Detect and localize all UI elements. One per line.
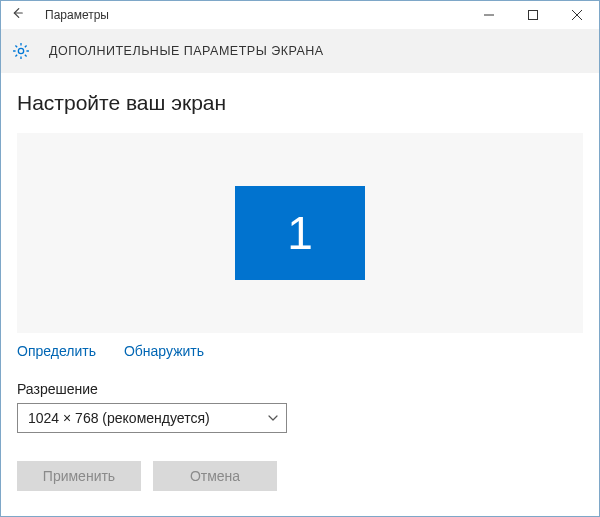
page-heading: Настройте ваш экран <box>17 91 583 115</box>
window-title: Параметры <box>45 8 109 22</box>
monitor-tile-1[interactable]: 1 <box>235 186 365 280</box>
window-controls <box>467 1 599 29</box>
apply-button[interactable]: Применить <box>17 461 141 491</box>
monitor-number: 1 <box>287 206 313 260</box>
minimize-icon <box>484 6 494 24</box>
back-arrow-icon <box>10 6 24 24</box>
settings-window: Параметры <box>0 0 600 517</box>
resolution-label: Разрешение <box>17 381 583 397</box>
content-area: Настройте ваш экран 1 Определить Обнаруж… <box>1 73 599 516</box>
minimize-button[interactable] <box>467 1 511 29</box>
svg-point-4 <box>18 48 23 53</box>
back-button[interactable] <box>1 1 33 29</box>
close-button[interactable] <box>555 1 599 29</box>
close-icon <box>572 6 582 24</box>
monitor-actions: Определить Обнаружить <box>17 343 583 359</box>
gear-icon <box>11 41 31 61</box>
cancel-button[interactable]: Отмена <box>153 461 277 491</box>
svg-rect-1 <box>529 11 538 20</box>
maximize-icon <box>528 6 538 24</box>
monitor-preview-area: 1 <box>17 133 583 333</box>
header-title: ДОПОЛНИТЕЛЬНЫЕ ПАРАМЕТРЫ ЭКРАНА <box>49 44 324 58</box>
identify-link[interactable]: Определить <box>17 343 96 359</box>
detect-link[interactable]: Обнаружить <box>124 343 204 359</box>
resolution-dropdown[interactable]: 1024 × 768 (рекомендуется) <box>17 403 287 433</box>
button-row: Применить Отмена <box>17 461 583 491</box>
chevron-down-icon <box>268 410 278 426</box>
resolution-value: 1024 × 768 (рекомендуется) <box>28 410 210 426</box>
titlebar: Параметры <box>1 1 599 29</box>
header-strip: ДОПОЛНИТЕЛЬНЫЕ ПАРАМЕТРЫ ЭКРАНА <box>1 29 599 73</box>
maximize-button[interactable] <box>511 1 555 29</box>
